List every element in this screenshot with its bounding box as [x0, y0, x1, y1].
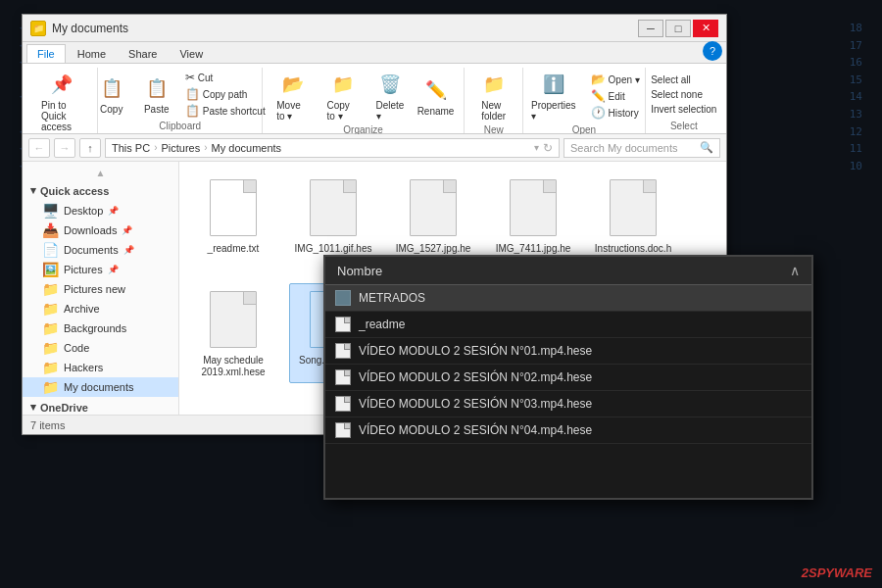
- onedrive-label: OneDrive: [40, 402, 88, 414]
- paste-shortcut-label: Paste shortcut: [203, 106, 266, 117]
- edit-button[interactable]: ✏️ Edit: [587, 88, 644, 104]
- properties-label: Properties ▾: [531, 100, 576, 122]
- copy-to-button[interactable]: 📁 Copy to ▾: [320, 68, 366, 124]
- sidebar-item-hackers[interactable]: 📁 Hackers: [23, 358, 178, 377]
- search-icon: 🔍: [700, 141, 713, 154]
- cut-button[interactable]: ✂ Cut: [181, 70, 270, 85]
- window-title: My documents: [52, 22, 638, 35]
- watermark-text: 2SPYWARE: [802, 565, 872, 580]
- pin-to-quick-access-button[interactable]: 📌 Pin to Quickaccess: [34, 68, 89, 135]
- move-to-button[interactable]: 📂 Move to ▾: [270, 68, 316, 124]
- pictures-label: Pictures: [64, 264, 103, 275]
- quick-access-label: Quick access: [40, 185, 109, 197]
- sidebar-quick-access-header: ▾ Quick access: [23, 180, 178, 201]
- rename-button[interactable]: ✏️ Rename: [415, 74, 457, 120]
- ribbon-group-open: ℹ️ Properties ▾ 📂 Open ▾ ✏️ Edit 🕐 Histo…: [523, 68, 645, 133]
- history-button[interactable]: 🕐 History: [587, 105, 644, 121]
- dark-panel-chevron: ∧: [790, 263, 800, 278]
- archive-label: Archive: [64, 303, 100, 315]
- tab-file[interactable]: File: [26, 44, 66, 63]
- title-bar: 📁 My documents ─ □ ✕: [23, 15, 726, 42]
- path-pictures[interactable]: Pictures: [161, 142, 200, 154]
- sidebar-item-downloads[interactable]: 📥 Downloads 📌: [23, 220, 178, 240]
- new-folder-label: Newfolder: [481, 100, 506, 122]
- path-my-documents[interactable]: My documents: [212, 142, 282, 154]
- open-icon: 📂: [591, 73, 606, 86]
- open-button[interactable]: 📂 Open ▾: [587, 72, 644, 87]
- sidebar-item-my-documents[interactable]: 📁 My documents: [23, 377, 178, 397]
- pin-label: Pin to Quickaccess: [41, 100, 82, 132]
- dark-list-item-video03[interactable]: VÍDEO MODULO 2 SESIÓN N°03.mp4.hese: [325, 391, 811, 417]
- copy-path-button[interactable]: 📋 Copy path: [181, 86, 270, 102]
- my-documents-icon: 📁: [42, 379, 59, 395]
- sidebar-item-archive[interactable]: 📁 Archive: [23, 299, 178, 318]
- edit-icon: ✏️: [591, 89, 606, 103]
- cut-label: Cut: [198, 73, 214, 83]
- forward-button[interactable]: →: [54, 138, 75, 158]
- tab-view[interactable]: View: [169, 44, 214, 63]
- search-box[interactable]: Search My documents 🔍: [564, 138, 720, 158]
- minimize-button[interactable]: ─: [638, 20, 663, 37]
- back-button[interactable]: ←: [28, 138, 50, 158]
- img1527-doc-icon: [410, 179, 457, 236]
- desktop-pin-icon: 📌: [108, 206, 119, 216]
- file-item-may-schedule[interactable]: May schedule 2019.xml.hese: [189, 283, 277, 383]
- window-controls: ─ □ ✕: [638, 20, 718, 37]
- paste-button[interactable]: 📋 Paste: [136, 72, 177, 118]
- new-folder-button[interactable]: 📁 Newfolder: [473, 68, 514, 124]
- paste-label: Paste: [144, 104, 170, 115]
- ribbon-tabs: File Home Share View ?: [23, 42, 726, 64]
- up-button[interactable]: ↑: [79, 138, 101, 158]
- downloads-icon: 📥: [42, 222, 59, 238]
- dark-list-item-video02[interactable]: VÍDEO MODULO 2 SESIÓN N°02.mp4.hese: [325, 365, 811, 391]
- readme-icon-large: [206, 176, 261, 239]
- sidebar-item-documents[interactable]: 📄 Documents 📌: [23, 240, 178, 260]
- select-all-label: Select all: [651, 74, 691, 85]
- sidebar-item-pictures[interactable]: 🖼️ Pictures 📌: [23, 260, 178, 279]
- downloads-label: Downloads: [64, 224, 117, 236]
- copy-button[interactable]: 📋 Copy: [91, 72, 132, 118]
- delete-label: Delete ▾: [376, 100, 405, 122]
- video03-name: VÍDEO MODULO 2 SESIÓN N°03.mp4.hese: [359, 397, 592, 411]
- tab-home[interactable]: Home: [67, 44, 117, 63]
- sidebar-item-pictures-new[interactable]: 📁 Pictures new: [23, 279, 178, 299]
- documents-icon: 📄: [42, 242, 59, 258]
- maximize-button[interactable]: □: [665, 20, 691, 37]
- help-button[interactable]: ?: [703, 41, 722, 61]
- path-this-pc[interactable]: This PC: [112, 142, 150, 154]
- path-sep-1: ›: [154, 142, 157, 153]
- paste-shortcut-button[interactable]: 📋 Paste shortcut: [181, 103, 270, 119]
- img1011-doc-icon: [310, 179, 357, 236]
- pictures-icon: 🖼️: [42, 262, 59, 277]
- may-schedule-filename: May schedule 2019.xml.hese: [194, 355, 272, 378]
- ribbon-group-clipboard: 📋 Copy 📋 Paste ✂ Cut 📋 Copy path: [98, 68, 263, 133]
- dark-list-item-video01[interactable]: VÍDEO MODULO 2 SESIÓN N°01.mp4.hese: [325, 338, 811, 365]
- documents-pin-icon: 📌: [123, 245, 134, 255]
- pictures-pin-icon: 📌: [108, 265, 119, 274]
- copy-label: Copy: [100, 104, 122, 115]
- dark-list-item-metrados[interactable]: METRADOS: [325, 285, 811, 312]
- may-schedule-icon-large: [206, 288, 261, 351]
- dark-list-item-video04[interactable]: VÍDEO MODULO 2 SESIÓN N°04.mp4.hese: [325, 417, 811, 444]
- file-item-readme[interactable]: _readme.txt: [189, 172, 277, 271]
- delete-button[interactable]: 🗑️ Delete ▾: [369, 68, 411, 124]
- dark-list-item-readme[interactable]: _readme: [325, 312, 811, 338]
- select-all-button[interactable]: Select all: [647, 74, 720, 86]
- sidebar-item-desktop[interactable]: 🖥️ Desktop 📌: [23, 201, 178, 220]
- refresh-icon[interactable]: ↻: [543, 141, 553, 155]
- sidebar-item-backgrounds[interactable]: 📁 Backgrounds: [23, 318, 178, 338]
- scroll-up-indicator: ▲: [23, 166, 178, 180]
- hackers-icon: 📁: [42, 360, 59, 375]
- select-none-button[interactable]: Select none: [647, 88, 720, 101]
- sidebar-item-code[interactable]: 📁 Code: [23, 338, 178, 358]
- address-path[interactable]: This PC › Pictures › My documents ▾ ↻: [105, 138, 560, 158]
- organize-buttons: 📂 Move to ▾ 📁 Copy to ▾ 🗑️ Delete ▾ ✏️ R…: [270, 68, 457, 124]
- quick-access-chevron: ▾: [30, 184, 36, 197]
- downloads-pin-icon: 📌: [122, 225, 132, 235]
- tab-share[interactable]: Share: [118, 44, 168, 63]
- close-button[interactable]: ✕: [693, 20, 718, 37]
- invert-selection-button[interactable]: Invert selection: [647, 103, 720, 116]
- bg-code-right: 18 17 16 15 14 13 12 11 10: [830, 0, 882, 194]
- path-dropdown-icon[interactable]: ▾: [534, 142, 539, 153]
- properties-button[interactable]: ℹ️ Properties ▾: [524, 68, 583, 124]
